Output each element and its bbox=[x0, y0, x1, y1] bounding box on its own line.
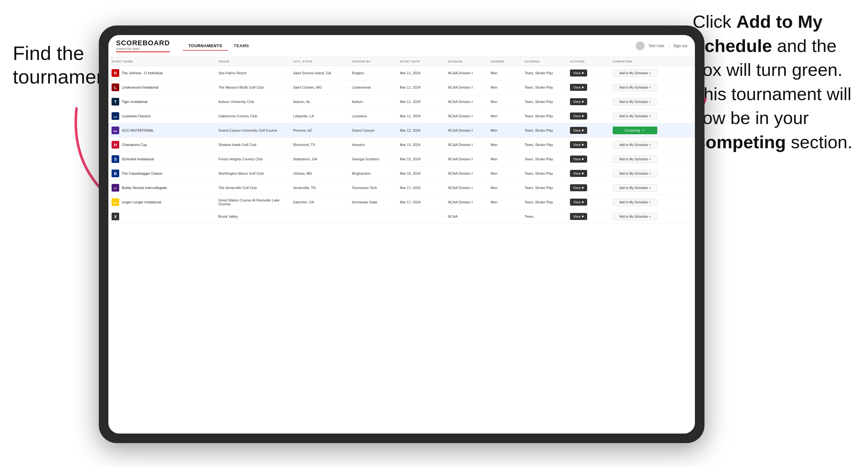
gender-cell: Men bbox=[487, 66, 522, 80]
date-cell: Mar 13, 2024 bbox=[397, 138, 445, 152]
hosted-cell: Louisiana bbox=[349, 109, 397, 123]
gender-cell: Men bbox=[487, 123, 522, 138]
add-to-schedule-button[interactable]: Add to My Schedule + bbox=[613, 198, 657, 206]
view-button[interactable]: View bbox=[570, 213, 587, 220]
division-cell: NCAA Division I bbox=[445, 109, 487, 123]
competing-label: Competing bbox=[625, 129, 640, 132]
actions-cell: View bbox=[567, 181, 610, 195]
team-logo: T bbox=[112, 98, 119, 105]
tab-tournaments[interactable]: TOURNAMENTS bbox=[183, 41, 228, 51]
event-name: Bobby Nichols Intercollegiate bbox=[122, 186, 167, 190]
avatar bbox=[636, 41, 645, 50]
event-name-cell: X bbox=[112, 213, 212, 220]
add-to-schedule-button[interactable]: Add to My Schedule + bbox=[613, 184, 657, 192]
play-icon bbox=[582, 129, 584, 132]
user-name: Test User bbox=[648, 44, 664, 48]
gender-cell: Men bbox=[487, 138, 522, 152]
competing-cell: Add to My Schedule + bbox=[610, 66, 695, 80]
scoring-cell: Team, Stroke Play bbox=[522, 80, 567, 95]
scoring-cell: Team, Stroke Play bbox=[522, 123, 567, 138]
event-name-cell: T Tiger Invitational bbox=[112, 98, 212, 105]
svg-text:TT: TT bbox=[114, 187, 117, 190]
hosted-cell: Auburn bbox=[349, 95, 397, 109]
competing-cell: Add to My Schedule + bbox=[610, 152, 695, 166]
date-cell: Mar 11, 2024 bbox=[397, 80, 445, 95]
venue-cell: Shadow Hawk Golf Club bbox=[215, 138, 290, 152]
table-row: TT Bobby Nichols Intercollegiate The Sev… bbox=[108, 181, 695, 195]
hosted-cell: Rutgers bbox=[349, 66, 397, 80]
view-button[interactable]: View bbox=[570, 141, 587, 148]
view-button[interactable]: View bbox=[570, 84, 587, 91]
competing-button[interactable]: Competing ✓ bbox=[613, 127, 657, 134]
scoring-cell: Team, Stroke Play bbox=[522, 95, 567, 109]
add-to-schedule-button[interactable]: Add to My Schedule + bbox=[613, 113, 657, 120]
hosted-cell: Houston bbox=[349, 138, 397, 152]
tab-teams[interactable]: TEAMS bbox=[228, 41, 255, 51]
competing-cell: Competing ✓ bbox=[610, 123, 695, 138]
add-to-schedule-button[interactable]: Add to My Schedule + bbox=[613, 170, 657, 177]
annotation-left: Find the tournament. bbox=[13, 41, 102, 89]
sign-out-link[interactable]: Sign out bbox=[673, 44, 687, 48]
competing-cell: Add to My Schedule + bbox=[610, 109, 695, 123]
competing-cell: Add to My Schedule + bbox=[610, 95, 695, 109]
event-name: The Carpetbagger Classic bbox=[122, 172, 162, 175]
division-cell: NCAA Division I bbox=[445, 66, 487, 80]
play-icon bbox=[582, 215, 584, 218]
city-cell: Saint Simons Island, GA bbox=[290, 66, 348, 80]
gender-cell: Men bbox=[487, 181, 522, 195]
table-row: R The Johnnie - O Individual Sea Palms R… bbox=[108, 66, 695, 80]
view-button[interactable]: View bbox=[570, 198, 587, 206]
view-button[interactable]: View bbox=[570, 127, 587, 134]
gender-cell: Men bbox=[487, 80, 522, 95]
view-button[interactable]: View bbox=[570, 69, 587, 76]
hosted-cell: Kennesaw State bbox=[349, 195, 397, 210]
add-to-schedule-button[interactable]: Add to My Schedule + bbox=[613, 156, 657, 163]
team-logo: TT bbox=[112, 184, 119, 192]
svg-text:X: X bbox=[114, 214, 117, 219]
city-cell: Auburn, AL bbox=[290, 95, 348, 109]
division-cell: NCAA Division I bbox=[445, 195, 487, 210]
view-button[interactable]: View bbox=[570, 184, 587, 191]
date-cell: Mar 11, 2024 bbox=[397, 66, 445, 80]
actions-cell: View bbox=[567, 195, 610, 210]
add-to-schedule-button[interactable]: Add to My Schedule + bbox=[613, 213, 657, 220]
gender-cell: Men bbox=[487, 195, 522, 210]
table-row: L Lindenwood Invitational The Missouri B… bbox=[108, 80, 695, 95]
col-header-event: EVENT NAME bbox=[108, 57, 215, 66]
competing-cell: Add to My Schedule + bbox=[610, 210, 695, 224]
venue-cell: Sea Palms Resort bbox=[215, 66, 290, 80]
venue-cell: Grand Canyon University Golf Course bbox=[215, 123, 290, 138]
date-cell: Mar 12, 2024 bbox=[397, 123, 445, 138]
view-button[interactable]: View bbox=[570, 113, 587, 120]
event-name: Linger Longer Invitational bbox=[122, 200, 161, 204]
city-cell: Richmond, TX bbox=[290, 138, 348, 152]
play-icon bbox=[582, 201, 584, 204]
view-button[interactable]: View bbox=[570, 156, 587, 162]
view-button[interactable]: View bbox=[570, 170, 587, 177]
venue-cell: The Sevierville Golf Club bbox=[215, 181, 290, 195]
add-to-schedule-button[interactable]: Add to My Schedule + bbox=[613, 98, 657, 105]
play-icon bbox=[582, 100, 584, 103]
division-cell: NCAA Division I bbox=[445, 123, 487, 138]
competing-cell: Add to My Schedule + bbox=[610, 181, 695, 195]
view-button[interactable]: View bbox=[570, 98, 587, 105]
col-header-venue: VENUE bbox=[215, 57, 290, 66]
add-to-schedule-button[interactable]: Add to My Schedule + bbox=[613, 141, 657, 149]
event-name-cell: B The Carpetbagger Classic bbox=[112, 169, 212, 177]
svg-text:R: R bbox=[114, 71, 117, 75]
logo-area: SCOREBOARD Powered by clippd bbox=[116, 39, 170, 52]
add-to-schedule-button[interactable]: Add to My Schedule + bbox=[613, 84, 657, 91]
division-cell: NCAA Division I bbox=[445, 166, 487, 181]
add-to-schedule-button[interactable]: Add to My Schedule + bbox=[613, 69, 657, 77]
col-header-hosted: HOSTED BY bbox=[349, 57, 397, 66]
hosted-cell: Georgia Southern bbox=[349, 152, 397, 166]
team-logo: R bbox=[112, 69, 119, 77]
table-row: X Brook ValleyNCAATeam, View Add to My S… bbox=[108, 210, 695, 224]
gender-cell: Men bbox=[487, 166, 522, 181]
scoring-cell: Team, Stroke Play bbox=[522, 166, 567, 181]
play-icon bbox=[582, 115, 584, 117]
event-name-cell: GC GCU INVITATIONAL bbox=[112, 127, 212, 134]
play-icon bbox=[582, 186, 584, 189]
play-icon bbox=[582, 144, 584, 146]
date-cell: Mar 17, 2024 bbox=[397, 195, 445, 210]
